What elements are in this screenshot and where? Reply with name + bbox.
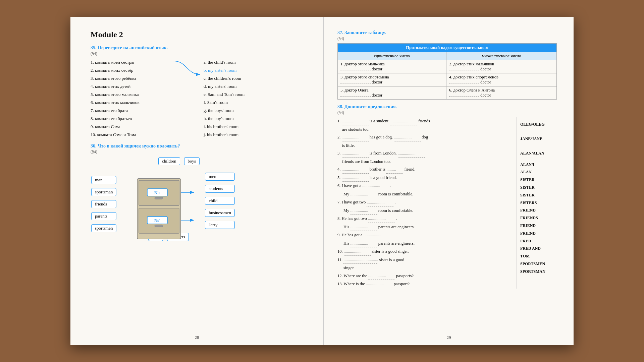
- sentence-2b: is little.: [337, 142, 517, 149]
- sentence-6b: My ................. room is comfortable…: [337, 190, 517, 198]
- svg-rect-8: [155, 197, 163, 199]
- hint-8b: FRIENDS: [520, 214, 557, 222]
- svg-text:N's: N's: [154, 190, 160, 195]
- word-sportsman: sportsman: [91, 188, 116, 196]
- ex37-sub: (§4): [337, 36, 557, 41]
- svg-text:Ns': Ns': [154, 218, 160, 223]
- hint-4: ALAN/I: [520, 161, 557, 169]
- sentence-3: 3. ................. is from London. ...…: [337, 149, 517, 158]
- word-friends: friends: [91, 200, 116, 208]
- sentence-7: 7. I have got two ................. .: [337, 198, 517, 206]
- word-sportsmen: sportsmen: [91, 224, 116, 232]
- ex38-sentences: 1. ............ is a student. ..........…: [337, 117, 517, 289]
- ex35-col-right: a. the child's room b. my sister's room …: [197, 58, 310, 139]
- sentence-2: 2. ................. has got a dog. ....…: [337, 133, 517, 141]
- word-parents: parents: [91, 212, 116, 220]
- word-boys: boys: [184, 157, 200, 165]
- list-item: 9. комната Сэма: [91, 123, 197, 131]
- word-child: child: [205, 197, 234, 205]
- ex35-items: 1. комната моей сестры 2. комната моих с…: [91, 58, 310, 139]
- list-item: j. his brother's room: [204, 131, 310, 139]
- list-item: a. the child's room: [204, 58, 310, 66]
- ex36-sub: (§4): [91, 149, 310, 155]
- exercise-35: 1. комната моей сестры 2. комната моих с…: [91, 58, 310, 139]
- list-item: g. the boys' room: [204, 107, 310, 115]
- ex35-col-left: 1. комната моей сестры 2. комната моих с…: [91, 58, 197, 139]
- hint-11b: TOM: [520, 252, 557, 260]
- hint-5: ALAN: [520, 168, 557, 176]
- hint-6b: SISTER: [520, 184, 557, 191]
- sentence-7b: My ................. room is comfortable…: [337, 207, 517, 215]
- exercise-36: 36. Что в какой ящичек нужно положить? (…: [91, 143, 310, 242]
- word-jerry: Jerry: [205, 221, 234, 229]
- ex35-title: 35. Переведите на английский язык.: [91, 45, 310, 51]
- list-item: 1. комната моей сестры: [91, 58, 197, 66]
- module-title: Module 2: [91, 30, 310, 39]
- list-item: 5. комната этого мальчика: [91, 90, 197, 99]
- list-item: 4. комната этих детей: [91, 82, 197, 90]
- ex37-title: 37. Заполните таблицу.: [337, 30, 557, 36]
- sentence-12: 12. Where are the ................. pass…: [337, 272, 517, 280]
- hint-2: JANE/JANE: [520, 132, 557, 146]
- hint-6a: SISTER: [520, 176, 557, 184]
- right-page: 37. Заполните таблицу. (§4) Притяжательн…: [324, 17, 574, 345]
- word-students: students: [205, 185, 234, 193]
- sentence-9b: His ................. parents are engine…: [337, 240, 517, 248]
- table-row: 2. доктор этих мальчиков doctor: [446, 60, 557, 73]
- hint-9a: FRIEND: [520, 222, 557, 230]
- ex38-title: 38. Допишите предложения.: [337, 104, 557, 110]
- left-page: Module 2 35. Переведите на английский яз…: [70, 17, 324, 345]
- sentence-8b: His ................. parents are engine…: [337, 223, 517, 231]
- sentence-4: 4. ................. brother is ........…: [337, 166, 517, 174]
- table-row: 1. доктор этого мальчика doctor: [338, 60, 446, 73]
- hint-8a: FRIEND: [520, 206, 557, 214]
- list-item: 7. комната его брата: [91, 107, 197, 115]
- page-number-right: 29: [447, 335, 451, 340]
- table-row: 4. доктор этих спортсменов doctor: [446, 73, 557, 86]
- word-children: children: [158, 157, 180, 165]
- sentence-11b: singer.: [337, 264, 517, 272]
- list-item: e. Sam and Tom's room: [204, 90, 310, 99]
- sentence-1b: are students too.: [337, 126, 517, 133]
- ex36-title: 36. Что в какой ящичек нужно положить?: [91, 143, 310, 149]
- words-right: men students child businessmen Jerry: [204, 172, 235, 230]
- sentence-9: 9. He has got a ................. .: [337, 231, 517, 239]
- list-item: f. Sam's room: [204, 99, 310, 107]
- list-item: 3. комната этого ребёнка: [91, 74, 197, 82]
- cabinet-wrapper: N's Ns': [127, 169, 194, 236]
- possessive-table: Притяжательный падеж существительного ед…: [337, 43, 557, 100]
- words-left: man sportsman friends parents sportsmen: [91, 175, 117, 233]
- table-row: 6. доктор Олега и Антона doctor: [446, 86, 557, 100]
- table-col2-header: множественное число: [446, 52, 557, 60]
- word-men: men: [205, 173, 234, 181]
- hint-9b: FRIEND: [520, 230, 557, 237]
- list-item: 2. комната моих сестёр: [91, 66, 197, 74]
- table-row: 3. доктор этого спортсмена doctor: [338, 73, 446, 86]
- hint-7b: SISTERS: [520, 199, 557, 207]
- list-item: c. the children's room: [204, 74, 310, 82]
- sentence-11: 11. ................................. si…: [337, 256, 517, 264]
- ex38-sub: (§4): [337, 110, 557, 115]
- svg-rect-9: [155, 225, 163, 227]
- hint-1: OLEG/OLEG: [520, 117, 557, 132]
- sentence-13: 13. Where is the ................. passp…: [337, 280, 517, 288]
- list-item: b. my sister's room: [204, 66, 310, 74]
- sentence-1: 1. ............ is a student. ..........…: [337, 117, 517, 125]
- list-item: 8. комната его братьев: [91, 115, 197, 123]
- cabinet-svg: N's Ns': [127, 169, 194, 246]
- ex38-content: 1. ............ is a student. ..........…: [337, 117, 557, 289]
- sentence-5: 5. ................. is a good friend.: [337, 174, 517, 182]
- sentence-10: 10. ................. sister is a good s…: [337, 248, 517, 256]
- list-item: 6. комната этих мальчиков: [91, 99, 197, 107]
- filing-cabinet-area: man sportsman friends parents sportsmen: [91, 169, 310, 236]
- book: Module 2 35. Переведите на английский яз…: [70, 17, 574, 345]
- list-item: d. my sisters' room: [204, 82, 310, 90]
- hint-7a: SISTER: [520, 191, 557, 199]
- table-main-header: Притяжательный падеж существительного: [338, 44, 557, 52]
- hint-10: FRED: [520, 237, 557, 245]
- page-number-left: 28: [195, 335, 199, 340]
- list-item: 10. комната Сэма и Тома: [91, 131, 197, 139]
- sentence-3b: friends are from London too.: [337, 158, 517, 166]
- words-top-row: children boys: [158, 157, 310, 166]
- sentence-6: 6. I have got a ................. .: [337, 182, 517, 190]
